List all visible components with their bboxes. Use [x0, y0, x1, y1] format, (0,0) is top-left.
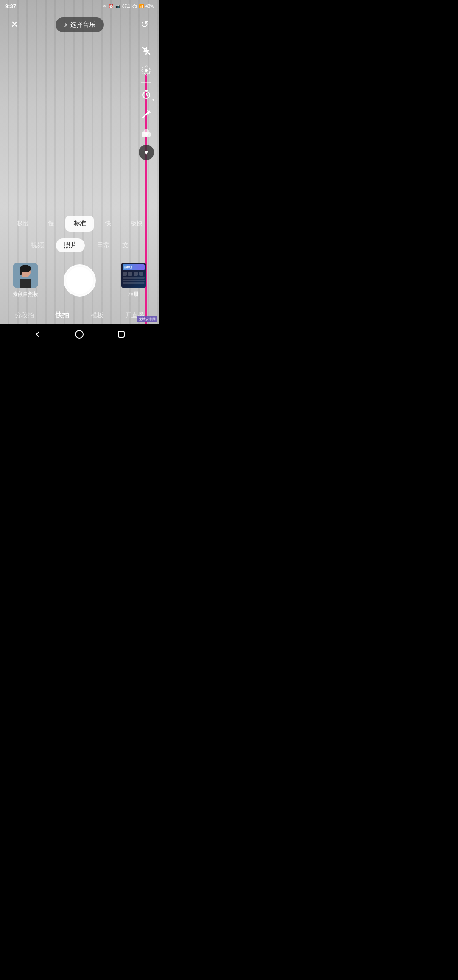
expand-button[interactable]: ▾: [139, 145, 154, 160]
nav-quick-shoot[interactable]: 快拍: [50, 308, 74, 323]
status-icons: 👁 ⏰ 📷 87.1 k/s 📶 48%: [103, 4, 154, 8]
album-label: 相册: [128, 291, 139, 298]
top-toolbar: ✕ ♪ 选择音乐 ↺: [0, 12, 159, 37]
watermark: 龙城安卓网: [137, 316, 157, 322]
svg-point-14: [75, 330, 83, 338]
album-preview[interactable]: 主播带货: [121, 263, 146, 298]
music-button[interactable]: ♪ 选择音乐: [56, 17, 104, 32]
data-speed: 87.1 k/s: [122, 4, 137, 8]
wifi-icon: 📶: [139, 4, 144, 8]
settings-button[interactable]: [138, 62, 155, 79]
filter-avatar-inner: [13, 263, 38, 288]
album-dot-3: [134, 272, 138, 276]
battery: 48%: [145, 4, 154, 8]
back-button[interactable]: [32, 328, 44, 340]
camera-icon: 📷: [115, 4, 120, 8]
refresh-icon: ↺: [141, 19, 148, 30]
svg-point-8: [143, 129, 149, 135]
flip-camera-button[interactable]: ↺: [137, 17, 152, 32]
speed-selector: 极慢 慢 标准 快 极快: [0, 216, 159, 232]
status-bar: 9:37 👁 ⏰ 📷 87.1 k/s 📶 48%: [0, 0, 159, 12]
svg-point-1: [145, 69, 148, 72]
filter-avatar: [13, 263, 38, 288]
filter-preview[interactable]: 素颜自然妆: [13, 263, 38, 298]
shutter-button[interactable]: [64, 264, 96, 297]
mode-daily[interactable]: 日常: [97, 241, 110, 250]
album-header: 主播带货: [123, 264, 145, 270]
speed-item-very-fast[interactable]: 极快: [122, 216, 151, 232]
filter-label: 素颜自然妆: [13, 291, 38, 298]
svg-point-3: [149, 111, 150, 112]
timer-badge: 3: [152, 98, 154, 102]
album-row-2: [123, 280, 145, 281]
svg-rect-15: [118, 331, 124, 337]
speed-item-normal[interactable]: 标准: [65, 216, 94, 232]
eye-icon: 👁: [103, 4, 107, 8]
status-time: 9:37: [5, 3, 16, 9]
nav-template[interactable]: 模板: [86, 308, 109, 323]
mode-text[interactable]: 文: [122, 241, 129, 250]
alarm-icon: ⏰: [109, 4, 114, 8]
album-row-3: [123, 282, 145, 284]
nav-segment-shoot[interactable]: 分段拍: [10, 308, 39, 323]
album-thumbnail: 主播带货: [121, 263, 146, 288]
bottom-navigation: 分段拍 快拍 模板 开直播: [0, 308, 159, 323]
album-thumb-inner: 主播带货: [121, 263, 146, 288]
flash-button[interactable]: [138, 42, 155, 59]
album-dot-4: [139, 272, 143, 276]
svg-point-4: [147, 110, 148, 111]
speed-item-slow[interactable]: 慢: [37, 216, 65, 232]
system-navigation: [0, 324, 159, 344]
close-icon: ✕: [11, 19, 18, 30]
chevron-down-icon: ▾: [145, 148, 148, 157]
music-icon: ♪: [64, 21, 67, 28]
album-rows: [123, 277, 145, 284]
music-label: 选择音乐: [70, 21, 95, 29]
speed-item-fast[interactable]: 快: [94, 216, 122, 232]
magic-button[interactable]: [138, 106, 155, 123]
svg-point-5: [150, 112, 151, 113]
close-button[interactable]: ✕: [7, 17, 22, 32]
tool-divider: [141, 82, 151, 83]
camera-controls-row: 素颜自然妆 主播带货: [0, 263, 159, 298]
shutter-inner: [66, 267, 93, 294]
svg-rect-12: [20, 269, 22, 275]
speed-item-very-slow[interactable]: 极慢: [8, 216, 37, 232]
home-button[interactable]: [73, 328, 85, 340]
beauty-button[interactable]: [138, 125, 155, 142]
album-dot-1: [123, 272, 127, 276]
right-tools-panel: 3 ▾: [138, 42, 155, 160]
mode-video[interactable]: 视频: [31, 241, 44, 250]
recents-button[interactable]: [115, 328, 127, 340]
album-row-1: [123, 277, 145, 279]
svg-rect-13: [20, 279, 31, 288]
album-dot-2: [128, 272, 132, 276]
timer-button[interactable]: 3: [138, 86, 155, 103]
mode-photo[interactable]: 照片: [56, 238, 85, 252]
bottom-ui-panel: 极慢 慢 标准 快 极快 视频 照片 日常: [0, 216, 159, 298]
album-dots: [123, 272, 145, 276]
mode-selector: 视频 照片 日常 文: [0, 238, 159, 252]
